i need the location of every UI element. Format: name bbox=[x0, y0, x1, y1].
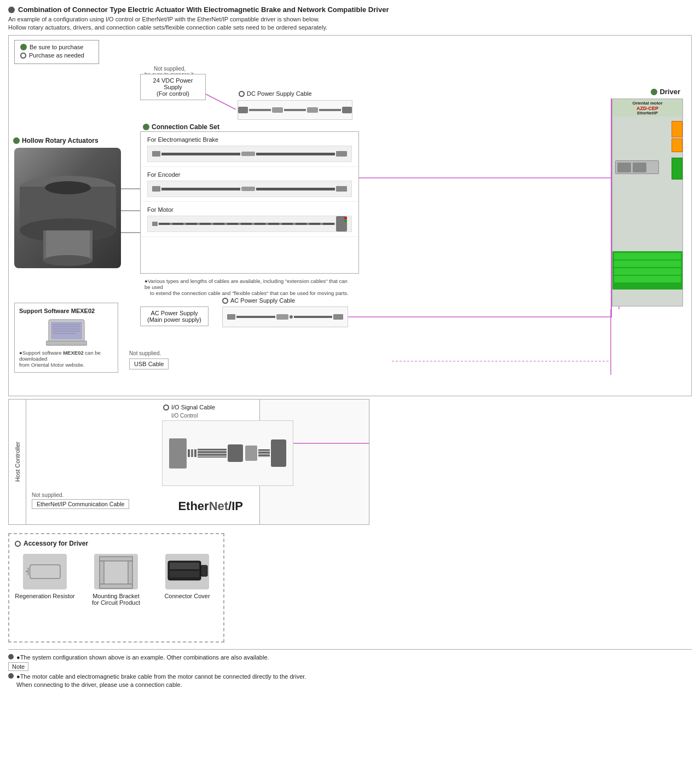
cable-encoder-img bbox=[147, 181, 352, 197]
io-cable-box bbox=[162, 420, 293, 486]
host-controller-section: Host Controller I/O Signal Cable I/O Con… bbox=[8, 399, 369, 525]
cable-motor-img bbox=[147, 216, 352, 232]
usb-cable-box: USB Cable bbox=[129, 358, 169, 369]
power-supply-24v-text: 24 VDC Power Supply(For control) bbox=[145, 77, 201, 97]
host-inner: I/O Signal Cable I/O Control EtherNet/IP… bbox=[26, 400, 259, 524]
ac-power-text: AC Power Supply(Main power supply) bbox=[145, 310, 204, 323]
laptop-icon bbox=[46, 317, 87, 347]
subtitle1: An example of a configuration using I/O … bbox=[8, 16, 692, 22]
dc-cable-text: DC Power Supply Cable bbox=[247, 90, 312, 97]
driver-label: Driver bbox=[651, 88, 680, 96]
power-supply-24v-box: 24 VDC Power Supply(For control) bbox=[140, 74, 206, 100]
accessory-title-text: Accessory for Driver bbox=[24, 540, 88, 547]
io-cable-label: I/O Signal Cable bbox=[163, 404, 215, 410]
accessory-section: Accessory for Driver Regeneration Resist… bbox=[8, 533, 224, 643]
cable-set-bullet bbox=[143, 124, 149, 130]
host-controller-label-area: Host Controller bbox=[9, 400, 26, 524]
accessory-items: Regeneration Resistor Mounting Bracketfo… bbox=[15, 554, 218, 606]
driver-box: Oriental motor AZD-CEP EtherNet/IP bbox=[612, 99, 683, 306]
host-controller-text: Host Controller bbox=[14, 442, 21, 482]
ac-cable-text: AC Power Supply Cable bbox=[230, 297, 295, 304]
note-item-2: ●The motor cable and electromagnetic bra… bbox=[8, 673, 692, 680]
actuator-label: Hollow Rotary Actuators bbox=[13, 137, 99, 144]
actuator-label-text: Hollow Rotary Actuators bbox=[22, 137, 99, 144]
svg-rect-32 bbox=[100, 557, 132, 561]
accessory-title: Accessory for Driver bbox=[15, 540, 218, 547]
cable-set-title: Connection Cable Set bbox=[143, 123, 219, 131]
cable-set-text: Connection Cable Set bbox=[152, 123, 219, 131]
note-box: Note bbox=[8, 662, 28, 671]
dc-cable-connector-left bbox=[238, 107, 248, 113]
connector-cover-label: Connector Cover bbox=[164, 593, 210, 599]
driver-label-text: Driver bbox=[659, 88, 680, 96]
usb-cable-text: USB Cable bbox=[134, 361, 164, 367]
main-diagram: Be sure to purchase Purchase as needed N… bbox=[8, 35, 692, 396]
legend-item-purchase: Be sure to purchase bbox=[20, 44, 93, 50]
support-software-box: Support Software MEXE02 ●Support softwar… bbox=[14, 303, 118, 373]
connector-cover-img bbox=[165, 554, 209, 589]
accessory-item-connector-cover: Connector Cover bbox=[157, 554, 217, 599]
actuator-bullet bbox=[13, 137, 20, 144]
cable-em-brake-img bbox=[147, 146, 352, 162]
svg-rect-29 bbox=[30, 565, 60, 578]
ac-cable-bullet bbox=[222, 298, 228, 304]
note-item-1: ●The system configuration shown above is… bbox=[8, 654, 692, 661]
cable-em-brake-label: For Electromagnetic Brake bbox=[147, 136, 352, 143]
actuator-image bbox=[14, 148, 121, 268]
title-text: Combination of Connector Type Electric A… bbox=[18, 5, 389, 14]
support-note: ●Support software MEXE02 can be download… bbox=[19, 350, 113, 368]
legend-optional-label: Purchase as needed bbox=[29, 52, 84, 59]
regen-resistor-img bbox=[23, 554, 67, 589]
cable-motor-row: For Motor bbox=[141, 202, 358, 237]
dc-cable-connector-right bbox=[342, 107, 352, 113]
legend-item-optional: Purchase as needed bbox=[20, 52, 93, 59]
actuator-svg bbox=[16, 149, 120, 267]
ethernet-cable-box: EtherNet/IP Communication Cable bbox=[32, 499, 129, 509]
svg-point-16 bbox=[43, 255, 92, 266]
driver-bullet bbox=[651, 89, 657, 95]
note2-bullet bbox=[8, 673, 14, 679]
regen-resistor-label: Regeneration Resistor bbox=[15, 593, 74, 599]
dc-cable-illustration bbox=[238, 105, 352, 115]
ethernet-cable-text: EtherNet/IP Communication Cable bbox=[37, 501, 124, 507]
connector-cover-svg bbox=[165, 556, 209, 588]
bottom-notes: ●The system configuration shown above is… bbox=[8, 649, 692, 688]
note2-text: ●The motor cable and electromagnetic bra… bbox=[16, 673, 306, 680]
ac-power-box: AC Power Supply(Main power supply) bbox=[140, 306, 209, 326]
cable-motor-label: For Motor bbox=[147, 206, 352, 213]
accessory-item-regen: Regeneration Resistor bbox=[15, 554, 75, 599]
svg-rect-37 bbox=[201, 565, 207, 576]
note-box-text: Note bbox=[12, 663, 25, 670]
driver-body bbox=[612, 117, 682, 306]
mounting-bracket-label: Mounting Bracketfor Circuit Product bbox=[92, 593, 140, 606]
cable-set-box: For Electromagnetic Brake For Encoder bbox=[140, 131, 359, 274]
accessory-bullet bbox=[15, 541, 21, 547]
dc-cable-label: DC Power Supply Cable bbox=[239, 90, 312, 97]
cable-encoder-row: For Encoder bbox=[141, 167, 358, 202]
legend-purchase-label: Be sure to purchase bbox=[30, 44, 83, 50]
cable-note: ●Various types and lengths of cables are… bbox=[144, 278, 352, 297]
svg-rect-38 bbox=[170, 563, 199, 569]
usb-not-supplied-label: Not supplied. bbox=[129, 350, 161, 356]
legend-bullet-filled bbox=[20, 44, 27, 50]
svg-rect-31 bbox=[27, 568, 31, 575]
legend-bullet-outline bbox=[20, 53, 26, 59]
svg-point-13 bbox=[45, 181, 91, 194]
note1-bullet bbox=[8, 654, 14, 659]
legend-box: Be sure to purchase Purchase as needed bbox=[14, 40, 99, 64]
bottom-row: Accessory for Driver Regeneration Resist… bbox=[8, 528, 692, 643]
svg-rect-39 bbox=[170, 571, 199, 577]
cable-encoder-label: For Encoder bbox=[147, 171, 352, 178]
bullet-icon bbox=[8, 7, 15, 13]
svg-rect-34 bbox=[128, 561, 132, 586]
dc-cable-bullet bbox=[239, 91, 245, 97]
ethernet-ip-label: EtherNet/IP bbox=[178, 499, 243, 513]
mounting-bracket-img bbox=[94, 554, 138, 589]
ac-cable-box bbox=[222, 306, 348, 327]
ac-cable-label: AC Power Supply Cable bbox=[222, 297, 295, 304]
accessory-item-bracket: Mounting Bracketfor Circuit Product bbox=[86, 554, 146, 606]
note1-text: ●The system configuration shown above is… bbox=[16, 654, 269, 661]
svg-line-0 bbox=[206, 94, 236, 109]
regen-resistor-svg bbox=[25, 557, 66, 587]
support-title: Support Software MEXE02 bbox=[19, 308, 113, 314]
